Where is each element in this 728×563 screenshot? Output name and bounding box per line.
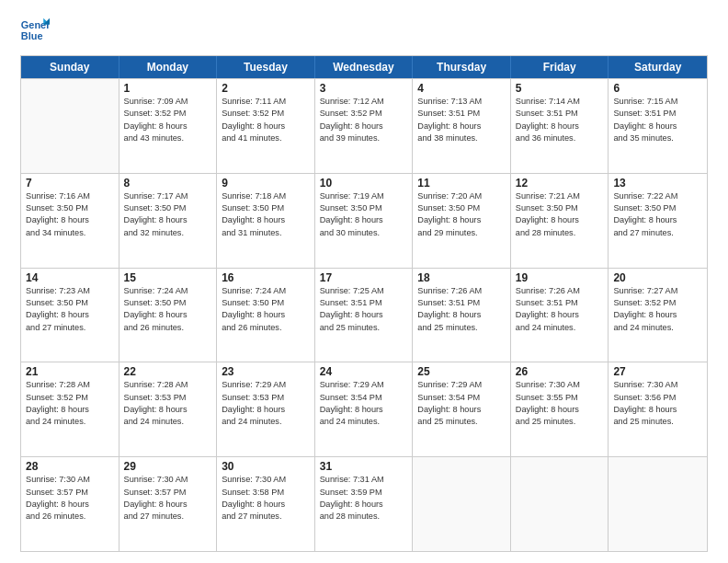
sunrise-text: Sunrise: 7:20 AM — [417, 191, 482, 201]
day-info: Sunrise: 7:09 AMSunset: 3:52 PMDaylight:… — [124, 96, 212, 144]
logo-icon: General Blue — [20, 17, 50, 46]
sunrise-text: Sunrise: 7:13 AM — [417, 97, 482, 106]
day-number: 25 — [417, 365, 506, 378]
day-info: Sunrise: 7:11 AMSunset: 3:52 PMDaylight:… — [222, 96, 310, 144]
daylight-text: Daylight: 8 hours — [222, 500, 285, 509]
calendar-cell: 7Sunrise: 7:16 AMSunset: 3:50 PMDaylight… — [21, 174, 119, 268]
day-number: 19 — [516, 271, 604, 284]
daylight-minutes-text: and 27 minutes. — [613, 228, 673, 237]
calendar-cell: 14Sunrise: 7:23 AMSunset: 3:50 PMDayligh… — [21, 269, 119, 362]
daylight-minutes-text: and 35 minutes. — [613, 133, 673, 143]
sunset-text: Sunset: 3:50 PM — [124, 203, 187, 213]
day-info: Sunrise: 7:21 AMSunset: 3:50 PMDaylight:… — [516, 190, 604, 239]
day-number: 27 — [613, 365, 702, 378]
daylight-minutes-text: and 30 minutes. — [320, 228, 380, 237]
calendar-cell: 4Sunrise: 7:13 AMSunset: 3:51 PMDaylight… — [413, 79, 511, 173]
sunset-text: Sunset: 3:51 PM — [516, 109, 578, 118]
calendar-cell: 25Sunrise: 7:29 AMSunset: 3:54 PMDayligh… — [413, 362, 511, 456]
day-info: Sunrise: 7:26 AMSunset: 3:51 PMDaylight:… — [516, 285, 604, 334]
daylight-minutes-text: and 27 minutes. — [222, 511, 281, 521]
calendar: SundayMondayTuesdayWednesdayThursdayFrid… — [20, 55, 708, 552]
logo: General Blue — [20, 17, 50, 46]
calendar-header: SundayMondayTuesdayWednesdayThursdayFrid… — [21, 56, 707, 78]
sunrise-text: Sunrise: 7:29 AM — [222, 380, 286, 389]
day-number: 6 — [613, 82, 702, 95]
sunrise-text: Sunrise: 7:09 AM — [124, 97, 188, 106]
day-number: 14 — [26, 271, 114, 284]
sunset-text: Sunset: 3:59 PM — [320, 488, 382, 497]
sunset-text: Sunset: 3:50 PM — [613, 203, 676, 213]
sunrise-text: Sunrise: 7:25 AM — [320, 286, 384, 295]
daylight-minutes-text: and 28 minutes. — [516, 228, 575, 237]
daylight-minutes-text: and 25 minutes. — [613, 417, 673, 426]
calendar-cell: 27Sunrise: 7:30 AMSunset: 3:56 PMDayligh… — [609, 362, 707, 456]
sunset-text: Sunset: 3:50 PM — [26, 298, 88, 307]
calendar-cell — [511, 457, 609, 551]
day-number: 17 — [320, 271, 408, 284]
daylight-text: Daylight: 8 hours — [124, 310, 188, 319]
calendar-cell: 18Sunrise: 7:26 AMSunset: 3:51 PMDayligh… — [413, 269, 511, 362]
daylight-text: Daylight: 8 hours — [320, 215, 383, 224]
weekday-header-wednesday: Wednesday — [315, 56, 414, 78]
calendar-cell: 29Sunrise: 7:30 AMSunset: 3:57 PMDayligh… — [119, 457, 218, 551]
day-number: 3 — [320, 82, 408, 95]
daylight-text: Daylight: 8 hours — [222, 121, 285, 131]
weekday-header-monday: Monday — [119, 56, 218, 78]
day-info: Sunrise: 7:25 AMSunset: 3:51 PMDaylight:… — [320, 285, 408, 334]
sunrise-text: Sunrise: 7:17 AM — [124, 191, 188, 201]
daylight-minutes-text: and 24 minutes. — [516, 323, 575, 332]
sunset-text: Sunset: 3:56 PM — [613, 393, 676, 402]
sunset-text: Sunset: 3:52 PM — [124, 109, 187, 118]
weekday-header-thursday: Thursday — [413, 56, 511, 78]
sunrise-text: Sunrise: 7:18 AM — [222, 191, 286, 201]
day-info: Sunrise: 7:18 AMSunset: 3:50 PMDaylight:… — [222, 190, 310, 239]
day-info: Sunrise: 7:29 AMSunset: 3:53 PMDaylight:… — [222, 379, 310, 428]
daylight-minutes-text: and 24 minutes. — [124, 417, 184, 426]
day-number: 20 — [613, 271, 702, 284]
day-number: 31 — [320, 460, 408, 473]
day-info: Sunrise: 7:30 AMSunset: 3:55 PMDaylight:… — [516, 379, 604, 428]
sunset-text: Sunset: 3:50 PM — [26, 203, 88, 213]
day-number: 28 — [26, 460, 114, 473]
day-number: 29 — [124, 460, 212, 473]
calendar-cell: 20Sunrise: 7:27 AMSunset: 3:52 PMDayligh… — [609, 269, 707, 362]
daylight-text: Daylight: 8 hours — [26, 310, 89, 319]
sunset-text: Sunset: 3:58 PM — [222, 488, 284, 497]
daylight-minutes-text: and 39 minutes. — [320, 133, 380, 143]
day-info: Sunrise: 7:14 AMSunset: 3:51 PMDaylight:… — [516, 96, 604, 144]
sunset-text: Sunset: 3:50 PM — [516, 203, 578, 213]
daylight-minutes-text: and 31 minutes. — [222, 228, 281, 237]
sunrise-text: Sunrise: 7:24 AM — [124, 286, 188, 295]
daylight-minutes-text: and 24 minutes. — [320, 417, 380, 426]
calendar-cell: 19Sunrise: 7:26 AMSunset: 3:51 PMDayligh… — [511, 269, 609, 362]
sunrise-text: Sunrise: 7:12 AM — [320, 97, 384, 106]
day-info: Sunrise: 7:30 AMSunset: 3:56 PMDaylight:… — [613, 379, 702, 428]
daylight-minutes-text: and 32 minutes. — [124, 228, 184, 237]
daylight-minutes-text: and 27 minutes. — [124, 511, 184, 521]
calendar-cell: 15Sunrise: 7:24 AMSunset: 3:50 PMDayligh… — [119, 269, 218, 362]
sunrise-text: Sunrise: 7:16 AM — [26, 191, 90, 201]
day-number: 2 — [222, 82, 310, 95]
day-number: 22 — [124, 365, 212, 378]
calendar-cell: 11Sunrise: 7:20 AMSunset: 3:50 PMDayligh… — [413, 174, 511, 268]
sunrise-text: Sunrise: 7:29 AM — [320, 380, 384, 389]
daylight-text: Daylight: 8 hours — [417, 215, 481, 224]
sunset-text: Sunset: 3:50 PM — [124, 298, 187, 307]
sunrise-text: Sunrise: 7:26 AM — [516, 286, 580, 295]
sunset-text: Sunset: 3:50 PM — [222, 203, 284, 213]
sunrise-text: Sunrise: 7:11 AM — [222, 97, 286, 106]
sunrise-text: Sunrise: 7:27 AM — [613, 286, 677, 295]
daylight-minutes-text: and 36 minutes. — [516, 133, 575, 143]
sunset-text: Sunset: 3:52 PM — [320, 109, 382, 118]
day-number: 5 — [516, 82, 604, 95]
sunset-text: Sunset: 3:54 PM — [417, 393, 480, 402]
day-number: 7 — [26, 177, 114, 190]
daylight-minutes-text: and 34 minutes. — [26, 228, 85, 237]
calendar-cell: 22Sunrise: 7:28 AMSunset: 3:53 PMDayligh… — [119, 362, 218, 456]
daylight-text: Daylight: 8 hours — [124, 121, 188, 131]
day-number: 12 — [516, 177, 604, 190]
daylight-text: Daylight: 8 hours — [417, 310, 481, 319]
daylight-text: Daylight: 8 hours — [124, 405, 188, 414]
calendar-week-4: 21Sunrise: 7:28 AMSunset: 3:52 PMDayligh… — [21, 362, 707, 456]
sunset-text: Sunset: 3:53 PM — [124, 393, 187, 402]
